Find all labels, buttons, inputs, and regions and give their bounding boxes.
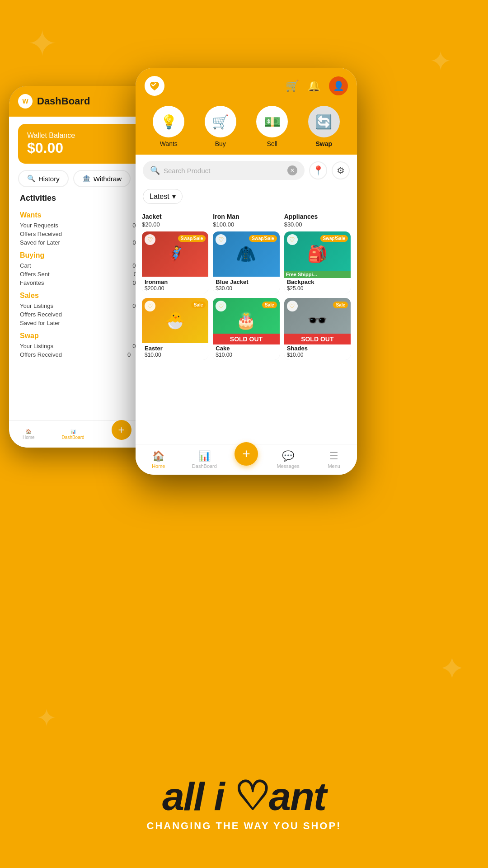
brand-title-part1: all i	[162, 774, 234, 819]
swap-label: Swap	[315, 140, 332, 147]
messages-nav-icon: 💬	[282, 450, 294, 462]
blue-jacket-price: $30.00	[216, 285, 277, 292]
fp-nav-add[interactable]: +	[235, 442, 258, 466]
ironman-heart[interactable]: ♡	[145, 234, 155, 245]
wallet-label: Wallet Balance	[27, 132, 75, 140]
search-placeholder: Search Product	[164, 167, 284, 175]
price-val-jacket: $20.00	[142, 221, 208, 228]
price-item-ironman[interactable]: Iron Man $100.00	[213, 212, 279, 228]
withdraw-button[interactable]: 🏦 Withdraw	[73, 170, 131, 187]
fp-filter-row: Latest ▾	[136, 186, 357, 208]
price-item-appliances[interactable]: Appliances $30.00	[284, 212, 351, 228]
shades-sold-out: SOLD OUT	[284, 334, 351, 344]
back-nav-home[interactable]: 🏠 Home	[23, 429, 35, 440]
location-button[interactable]: 📍	[309, 161, 327, 179]
product-card-ironman[interactable]: 🦸 ♡ Swap/Sale Ironman $200.00	[142, 231, 208, 293]
product-card-backpack[interactable]: 🎒 ♡ Swap/Sale Free Shippi... Backpack $2…	[284, 231, 351, 293]
wants-label: Wants	[160, 140, 178, 147]
menu-nav-icon: ☰	[329, 450, 338, 462]
history-button[interactable]: 🔍 History	[18, 170, 69, 187]
fp-products: Jacket $20.00 Iron Man $100.00 Appliance…	[136, 208, 357, 462]
sell-circle: 💵	[256, 106, 288, 137]
search-clear-button[interactable]: ✕	[287, 165, 297, 175]
easter-price: $10.00	[145, 352, 206, 358]
brand-subtitle: CHANGING THE WAY YOU SHOP!	[0, 820, 488, 832]
shades-name: Shades	[287, 345, 348, 352]
cake-sold-out: SOLD OUT	[213, 334, 279, 344]
buy-circle: 🛒	[205, 106, 236, 137]
fp-nav-messages[interactable]: 💬 Messages	[272, 450, 304, 469]
fp-search-area: 🔍 Search Product ✕ 📍 ⚙	[136, 155, 357, 186]
ironman-badge: Swap/Sale	[178, 235, 206, 242]
price-name-jacket: Jacket	[142, 212, 208, 221]
history-icon: 🔍	[27, 175, 36, 183]
activities-title: Activities	[20, 193, 56, 203]
brand-title-part2: ant	[269, 774, 326, 819]
price-name-ironman: Iron Man	[213, 212, 279, 221]
price-val-ironman: $100.00	[213, 221, 279, 228]
shades-price: $10.00	[287, 352, 348, 358]
backpack-name: Backpack	[287, 278, 348, 285]
fp-nav-home[interactable]: 🏠 Home	[143, 450, 174, 469]
dashboard-nav-icon: 📊	[198, 450, 211, 462]
fp-bell-icon[interactable]: 🔔	[307, 80, 321, 92]
dashboard-icon: 📊	[70, 429, 76, 434]
ironman-price: $200.00	[145, 285, 206, 292]
wallet-amount: $0.00	[27, 140, 75, 156]
backpack-free-ship: Free Shippi...	[284, 271, 351, 278]
fp-action-wants[interactable]: 💡 Wants	[153, 106, 184, 147]
fp-action-swap[interactable]: 🔄 Swap	[308, 106, 340, 147]
price-name-appliances: Appliances	[284, 212, 351, 221]
back-nav-add[interactable]: +	[112, 420, 131, 440]
home-nav-icon: 🏠	[152, 450, 164, 462]
fp-bottom-nav: 🏠 Home 📊 DashBoard + 💬 Messages ☰ Menu	[136, 444, 357, 475]
fp-nav-dashboard[interactable]: 📊 DashBoard	[188, 450, 220, 469]
fp-header: 🛒 🔔 👤	[136, 68, 357, 102]
product-card-cake[interactable]: 🎂 ♡ Sale SOLD OUT Cake $10.00	[213, 298, 279, 360]
dashboard-nav-label: DashBoard	[192, 463, 217, 469]
sell-label: Sell	[267, 140, 277, 147]
home-icon: 🏠	[26, 429, 31, 434]
easter-heart[interactable]: ♡	[145, 301, 155, 311]
brand-heart: ♡	[234, 774, 269, 819]
swap-circle: 🔄	[308, 106, 340, 137]
fp-action-buy[interactable]: 🛒 Buy	[205, 106, 236, 147]
front-phone: 🛒 🔔 👤 💡 Wants 🛒 Buy 💵 Sell 🔄 Swap	[136, 68, 357, 475]
price-item-jacket[interactable]: Jacket $20.00	[142, 212, 208, 228]
ironman-name: Ironman	[145, 278, 206, 285]
fp-search-bar[interactable]: 🔍 Search Product ✕	[143, 161, 305, 180]
fp-nav-menu[interactable]: ☰ Menu	[318, 450, 350, 469]
bank-icon: 🏦	[82, 175, 91, 183]
search-icon: 🔍	[150, 165, 160, 175]
cake-price: $10.00	[216, 352, 277, 358]
brand-section: all i ♡ant CHANGING THE WAY YOU SHOP!	[0, 777, 488, 832]
chevron-down-icon: ▾	[172, 192, 176, 201]
cake-badge: Sale	[262, 302, 277, 308]
fp-cards-row-2: 🐣 ♡ Sale Easter $10.00 🎂 ♡ Sale SOLD OUT…	[142, 298, 351, 360]
wants-circle: 💡	[153, 106, 184, 137]
back-nav-dashboard[interactable]: 📊 DashBoard	[62, 429, 84, 440]
menu-nav-label: Menu	[328, 463, 340, 469]
fp-cart-icon[interactable]: 🛒	[286, 80, 299, 92]
fp-actions: 💡 Wants 🛒 Buy 💵 Sell 🔄 Swap	[136, 102, 357, 155]
blue-jacket-name: Blue Jacket	[216, 278, 277, 285]
sort-select[interactable]: Latest ▾	[143, 189, 183, 204]
fp-avatar[interactable]: 👤	[329, 76, 348, 95]
backpack-badge: Swap/Sale	[320, 235, 348, 242]
product-card-shades[interactable]: 🕶️ ♡ Sale SOLD OUT Shades $10.00	[284, 298, 351, 360]
cake-name: Cake	[216, 345, 277, 352]
easter-badge: Sale	[191, 302, 206, 308]
brand-title: all i ♡ant	[0, 777, 488, 816]
product-card-blue-jacket[interactable]: 🧥 ♡ Swap/Sale Blue Jacket $30.00	[213, 231, 279, 293]
price-val-appliances: $30.00	[284, 221, 351, 228]
product-card-easter[interactable]: 🐣 ♡ Sale Easter $10.00	[142, 298, 208, 360]
fp-logo[interactable]	[145, 76, 164, 96]
messages-nav-label: Messages	[277, 463, 300, 469]
shades-badge: Sale	[333, 302, 348, 308]
easter-name: Easter	[145, 345, 206, 352]
backpack-price: $25.00	[287, 285, 348, 292]
shades-heart[interactable]: ♡	[287, 301, 298, 311]
fp-action-sell[interactable]: 💵 Sell	[256, 106, 288, 147]
backpack-heart[interactable]: ♡	[287, 234, 298, 245]
filter-button[interactable]: ⚙	[332, 161, 350, 179]
